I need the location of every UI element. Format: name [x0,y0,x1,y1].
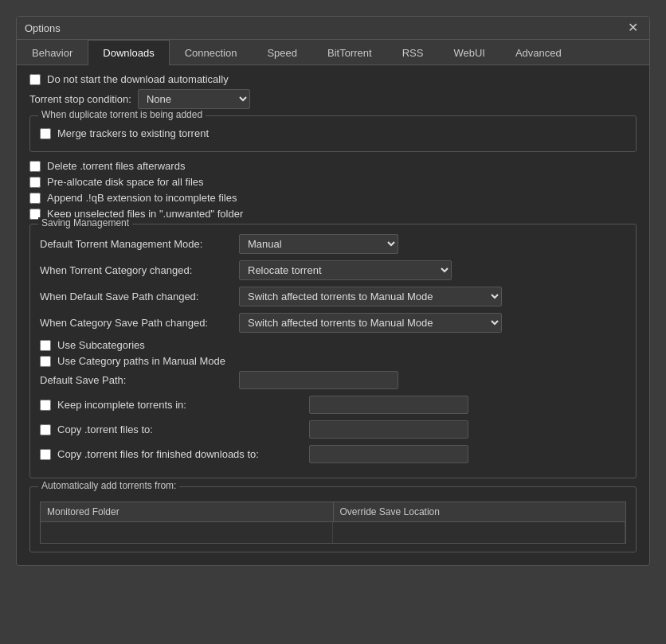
copy-torrent-input[interactable] [309,420,468,439]
append-extension-label: Append .!qB extension to incomplete file… [47,192,237,204]
copy-torrent-finished-label: Copy .torrent files for finished downloa… [57,448,309,460]
do-not-start-row: Do not start the download automatically [29,73,637,85]
table-cell-2 [333,522,625,543]
default-save-changed-label: When Default Save Path changed: [40,291,239,302]
merge-trackers-label: Merge trackers to existing torrent [57,127,209,139]
tab-rss[interactable]: RSS [387,40,439,65]
keep-incomplete-checkbox[interactable] [40,400,51,411]
tab-bittorrent[interactable]: BitTorrent [312,40,387,65]
copy-torrent-label: Copy .torrent files to: [57,423,309,435]
use-category-paths-label: Use Category paths in Manual Mode [57,355,225,367]
table-header: Monitored Folder Override Save Location [40,502,626,521]
keep-incomplete-label: Keep incomplete torrents in: [57,399,309,411]
tabs-bar: Behavior Downloads Connection Speed BitT… [17,40,649,65]
do-not-start-label: Do not start the download automatically [47,73,229,85]
category-save-changed-select[interactable]: Switch affected torrents to Manual Mode … [239,313,502,333]
torrent-stop-row: Torrent stop condition: None Metadata re… [29,89,637,109]
content-area: Do not start the download automatically … [17,65,649,565]
delete-torrent-label: Delete .torrent files afterwards [47,160,185,172]
default-save-path-input[interactable]: /data [239,371,398,389]
use-subcategories-row: Use Subcategories [40,339,626,351]
default-save-path-label: Default Save Path: [40,374,239,386]
keep-incomplete-row: Keep incomplete torrents in: /config/qBi… [40,396,626,414]
duplicate-torrent-title: When duplicate torrent is being added [38,109,206,120]
keep-incomplete-input[interactable]: /config/qBittorrent/downlo [309,396,468,414]
delete-torrent-checkbox[interactable] [29,161,41,172]
monitored-folder-table: Monitored Folder Override Save Location [40,502,626,544]
category-save-changed-row: When Category Save Path changed: Switch … [40,313,626,333]
close-button[interactable]: ✕ [625,21,641,34]
do-not-start-checkbox[interactable] [29,74,41,85]
tab-advanced[interactable]: Advanced [500,40,577,65]
tab-webui[interactable]: WebUI [438,40,500,65]
category-changed-row: When Torrent Category changed: Relocate … [40,260,626,280]
copy-torrent-finished-row: Copy .torrent files for finished downloa… [40,445,626,463]
merge-trackers-checkbox[interactable] [40,128,51,139]
pre-allocate-label: Pre-allocate disk space for all files [47,176,204,188]
auto-add-title: Automatically add torrents from: [38,480,179,491]
auto-add-group: Automatically add torrents from: Monitor… [29,486,637,552]
window-title: Options [25,22,61,34]
default-save-path-row: Default Save Path: /data [40,371,626,389]
append-extension-row: Append .!qB extension to incomplete file… [29,192,637,204]
options-window: Options ✕ Behavior Downloads Connection … [16,16,650,566]
default-mode-select[interactable]: Manual Automatic [239,234,398,254]
title-bar: Options ✕ [17,17,649,40]
copy-torrent-checkbox[interactable] [40,424,51,435]
saving-management-group: Saving Management Default Torrent Manage… [29,224,637,478]
use-subcategories-checkbox[interactable] [40,340,51,351]
column-override-save-location: Override Save Location [334,502,626,521]
pre-allocate-checkbox[interactable] [29,177,41,188]
category-changed-select[interactable]: Relocate torrent Switch affected torrent… [239,260,452,280]
copy-torrent-finished-input[interactable] [309,445,468,463]
tab-connection[interactable]: Connection [170,40,253,65]
use-subcategories-label: Use Subcategories [57,339,145,351]
column-monitored-folder: Monitored Folder [41,502,334,521]
table-cell-1 [41,522,333,543]
torrent-stop-select[interactable]: None Metadata received Files checked [138,89,250,109]
use-category-paths-checkbox[interactable] [40,356,51,367]
copy-torrent-finished-checkbox[interactable] [40,449,51,460]
merge-trackers-row: Merge trackers to existing torrent [40,127,626,139]
saving-management-title: Saving Management [38,217,132,228]
append-extension-checkbox[interactable] [29,193,41,204]
default-mode-row: Default Torrent Management Mode: Manual … [40,234,626,254]
use-category-paths-row: Use Category paths in Manual Mode [40,355,626,367]
tab-behavior[interactable]: Behavior [17,40,88,65]
pre-allocate-row: Pre-allocate disk space for all files [29,176,637,188]
table-body [40,521,626,544]
torrent-stop-label: Torrent stop condition: [29,93,131,105]
copy-torrent-row: Copy .torrent files to: [40,420,626,439]
default-save-changed-row: When Default Save Path changed: Switch a… [40,287,626,306]
default-save-changed-select[interactable]: Switch affected torrents to Manual Mode … [239,287,502,306]
delete-torrent-row: Delete .torrent files afterwards [29,160,637,172]
tab-downloads[interactable]: Downloads [88,40,169,65]
category-save-changed-label: When Category Save Path changed: [40,317,239,329]
duplicate-torrent-group: When duplicate torrent is being added Me… [29,115,637,152]
tab-speed[interactable]: Speed [252,40,312,65]
category-changed-label: When Torrent Category changed: [40,264,239,276]
default-mode-label: Default Torrent Management Mode: [40,238,239,250]
